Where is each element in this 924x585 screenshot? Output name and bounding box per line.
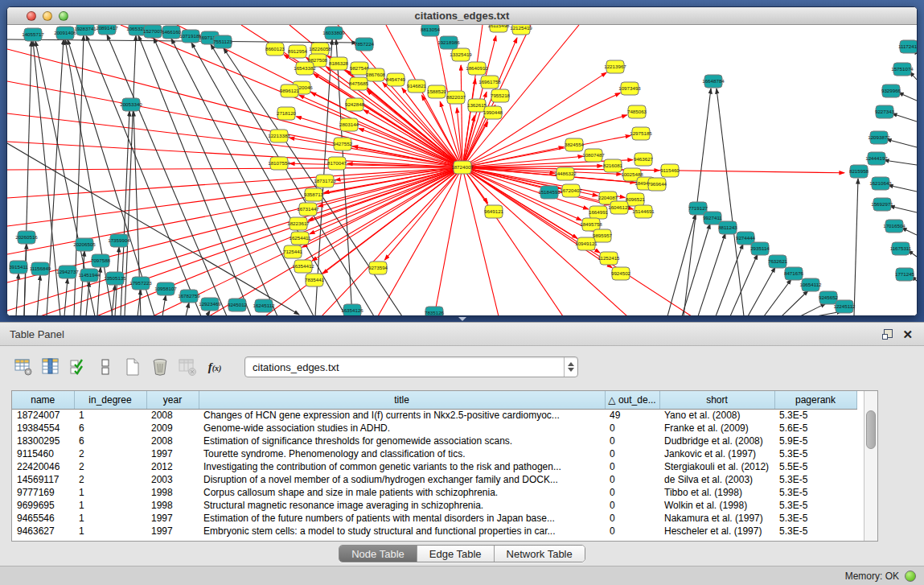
table-row[interactable]: 1938455462009Genome-wide association stu… — [12, 422, 856, 435]
window-titlebar[interactable]: citations_edges.txt — [7, 7, 917, 25]
column-header-name[interactable]: name — [12, 391, 74, 409]
table-cell[interactable]: 0 — [605, 486, 659, 499]
insert-column-icon[interactable] — [39, 356, 63, 378]
table-cell[interactable]: 1 — [74, 525, 146, 538]
network-graph-svg[interactable]: 8660123891295418226058982750816543382818… — [7, 25, 917, 316]
table-cell[interactable]: 49 — [605, 409, 659, 422]
table-cell[interactable]: 5.3E-5 — [774, 499, 856, 512]
tab-network-table[interactable]: Network Table — [495, 546, 585, 562]
column-header-out_de[interactable]: △ out_de... — [605, 391, 659, 409]
table-cell[interactable]: 9465546 — [12, 512, 74, 525]
column-header-in_degree[interactable]: in_degree — [74, 391, 146, 409]
table-cell[interactable]: 18300295 — [12, 435, 74, 447]
table-cell[interactable]: 1 — [74, 499, 146, 512]
table-cell[interactable]: 0 — [605, 525, 659, 538]
table-cell[interactable]: Hescheler et al. (1997) — [659, 525, 774, 538]
table-cell[interactable]: 1998 — [146, 499, 199, 512]
minimize-window-button[interactable] — [43, 11, 52, 21]
row-options-icon[interactable] — [93, 356, 117, 378]
table-cell[interactable]: 14569117 — [12, 473, 74, 486]
table-cell[interactable]: Changes of HCN gene expression and I(f) … — [199, 409, 605, 422]
table-cell[interactable]: 5.5E-5 — [774, 460, 856, 473]
column-header-short[interactable]: short — [659, 391, 774, 409]
table-cell[interactable]: 1997 — [146, 447, 199, 460]
table-row[interactable]: 1456911722003Disruption of a novel membe… — [12, 473, 856, 486]
select-rows-icon[interactable] — [66, 356, 90, 378]
table-cell[interactable]: Yano et al. (2008) — [659, 409, 774, 422]
table-cell[interactable]: 2008 — [146, 435, 199, 447]
tab-node-table[interactable]: Node Table — [339, 546, 417, 562]
table-cell[interactable]: 2012 — [146, 460, 199, 473]
column-header-pagerank[interactable]: pagerank — [774, 391, 856, 409]
table-cell[interactable]: 5.3E-5 — [774, 525, 856, 538]
table-cell[interactable]: Stergiakouli et al. (2012) — [659, 460, 774, 473]
table-cell[interactable]: Estimation of the future numbers of pati… — [199, 512, 605, 525]
table-cell[interactable]: 9777169 — [12, 486, 74, 499]
table-cell[interactable]: Dudbridge et al. (2008) — [659, 435, 774, 447]
close-panel-icon[interactable]: ✕ — [902, 329, 913, 340]
table-cell[interactable]: 2008 — [146, 409, 199, 422]
table-cell[interactable]: 18724007 — [12, 409, 74, 422]
table-cell[interactable]: 0 — [605, 512, 659, 525]
table-row[interactable]: 2242004622012Investigating the contribut… — [12, 460, 856, 473]
scrollbar-thumb[interactable] — [866, 410, 876, 449]
table-cell[interactable]: 5.3E-5 — [774, 486, 856, 499]
table-cell[interactable]: 5.9E-5 — [774, 435, 856, 447]
table-cell[interactable]: Structural magnetic resonance image aver… — [199, 499, 605, 512]
table-cell[interactable]: 1998 — [146, 486, 199, 499]
table-scrollbar[interactable] — [864, 391, 877, 541]
float-panel-icon[interactable] — [882, 329, 893, 340]
new-file-icon[interactable] — [121, 356, 145, 378]
delete-table-icon[interactable] — [148, 356, 172, 378]
table-cell[interactable]: 9699695 — [12, 499, 74, 512]
zoom-window-button[interactable] — [59, 11, 68, 21]
table-cell[interactable]: 1 — [74, 512, 146, 525]
table-cell[interactable]: 2003 — [146, 473, 199, 486]
table-cell[interactable]: 6 — [74, 422, 146, 435]
table-cell[interactable]: Disruption of a novel member of a sodium… — [199, 473, 605, 486]
column-header-title[interactable]: title — [199, 391, 605, 409]
table-cell[interactable]: Estimation of significance thresholds fo… — [199, 435, 605, 447]
close-window-button[interactable] — [27, 11, 36, 21]
table-cell[interactable]: 0 — [605, 435, 659, 447]
table-cell[interactable]: 9115460 — [12, 447, 74, 460]
table-cell[interactable]: 0 — [605, 447, 659, 460]
memory-status-indicator[interactable] — [905, 571, 916, 582]
table-cell[interactable]: 5.3E-5 — [774, 512, 856, 525]
table-row[interactable]: 1872400712008Changes of HCN gene express… — [12, 409, 856, 422]
table-row[interactable]: 977716911998Corpus callosum shape and si… — [12, 486, 856, 499]
table-cell[interactable]: 22420046 — [12, 460, 74, 473]
table-cell[interactable]: 1997 — [146, 512, 199, 525]
table-cell[interactable]: 0 — [605, 460, 659, 473]
table-row[interactable]: 946362711997Embryonic stem cells: a mode… — [12, 525, 856, 538]
table-cell[interactable]: 2 — [74, 473, 146, 486]
table-cell[interactable]: Franke et al. (2009) — [659, 422, 774, 435]
node-table-grid[interactable]: namein_degreeyeartitle△ out_de...shortpa… — [12, 391, 857, 538]
table-cell[interactable]: 1997 — [146, 525, 199, 538]
table-cell[interactable]: Tibbo et al. (1998) — [659, 486, 774, 499]
table-cell[interactable]: 2009 — [146, 422, 199, 435]
table-cell[interactable]: Jankovic et al. (1997) — [659, 447, 774, 460]
table-cell[interactable]: 1 — [74, 486, 146, 499]
delete-column-icon[interactable] — [175, 356, 199, 378]
table-cell[interactable]: 5.3E-5 — [774, 409, 856, 422]
table-cell[interactable]: 2 — [74, 447, 146, 460]
column-header-year[interactable]: year — [146, 391, 199, 409]
table-row[interactable]: 1830029562008Estimation of significance … — [12, 435, 856, 447]
table-row[interactable]: 969969511998Structural magnetic resonanc… — [12, 499, 856, 512]
table-cell[interactable]: 19384554 — [12, 422, 74, 435]
function-builder-icon[interactable]: f(x) — [203, 356, 227, 378]
table-cell[interactable]: Investigating the contribution of common… — [199, 460, 605, 473]
table-cell[interactable]: 0 — [605, 422, 659, 435]
table-settings-icon[interactable] — [11, 356, 35, 378]
table-cell[interactable]: 2 — [74, 460, 146, 473]
table-row[interactable]: 911546021997Tourette syndrome. Phenomeno… — [12, 447, 856, 460]
table-cell[interactable]: Tourette syndrome. Phenomenology and cla… — [199, 447, 605, 460]
table-cell[interactable]: 5.3E-5 — [774, 447, 856, 460]
tab-edge-table[interactable]: Edge Table — [417, 546, 495, 562]
network-canvas[interactable]: 8660123891295418226058982750816543382818… — [7, 25, 917, 315]
table-cell[interactable]: 9463627 — [12, 525, 74, 538]
table-cell[interactable]: de Silva et al. (2003) — [659, 473, 774, 486]
table-cell[interactable]: Nakamura et al. (1997) — [659, 512, 774, 525]
table-cell[interactable]: Genome-wide association studies in ADHD. — [199, 422, 605, 435]
